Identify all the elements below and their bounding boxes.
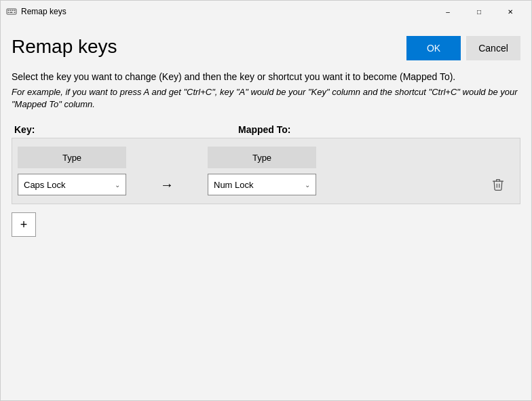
title-bar-text: Remap keys [21, 7, 432, 16]
key-value-row: Caps Lock ⌄ → Num Lock ⌄ [18, 174, 514, 195]
svg-rect-0 [7, 9, 16, 14]
delete-button-section [316, 174, 514, 195]
key-type-button[interactable]: Type [18, 147, 126, 168]
mapping-arrow: → [160, 177, 174, 193]
columns-header: Key: Mapped To: [12, 124, 520, 135]
window-controls: – □ ✕ [432, 1, 526, 22]
title-bar: Remap keys – □ ✕ [1, 1, 531, 22]
arrow-icon: → [126, 177, 208, 193]
key-dropdown-value: Caps Lock [24, 180, 65, 190]
remap-keys-window: Remap keys – □ ✕ Remap keys OK Cancel Se… [0, 0, 532, 401]
ok-button[interactable]: OK [406, 36, 461, 60]
content-area: Remap keys OK Cancel Select the key you … [1, 22, 531, 400]
cancel-button[interactable]: Cancel [466, 36, 520, 60]
close-button[interactable]: ✕ [495, 1, 526, 22]
header-row: Remap keys OK Cancel [12, 36, 520, 60]
svg-rect-3 [12, 10, 14, 12]
description-example: For example, if you want to press A and … [12, 86, 520, 111]
key-dropdown[interactable]: Caps Lock ⌄ [18, 174, 126, 195]
key-column-header: Key: [14, 124, 238, 135]
minimize-button[interactable]: – [432, 1, 463, 22]
key-dropdown-section: Caps Lock ⌄ [18, 174, 126, 195]
svg-rect-7 [14, 12, 16, 14]
key-dropdown-wrapper: Caps Lock ⌄ [18, 174, 126, 195]
svg-rect-5 [8, 12, 10, 14]
mapped-dropdown-section: Num Lock ⌄ [208, 174, 316, 195]
mapped-type-button[interactable]: Type [208, 147, 316, 168]
delete-mapping-button[interactable] [487, 174, 509, 195]
mapped-dropdown-wrapper: Num Lock ⌄ [208, 174, 316, 195]
trash-icon [491, 178, 505, 191]
svg-rect-2 [10, 10, 12, 12]
add-button-container: + [12, 212, 520, 237]
header-buttons: OK Cancel [406, 36, 520, 60]
key-type-section: Type [18, 147, 126, 168]
description-main: Select the key you want to change (Key) … [12, 71, 520, 82]
mapped-dropdown-value: Num Lock [214, 180, 254, 190]
mapped-dropdown-arrow: ⌄ [305, 181, 310, 189]
keyboard-icon [6, 6, 17, 17]
add-mapping-button[interactable]: + [12, 212, 36, 237]
key-dropdown-arrow: ⌄ [115, 181, 120, 189]
svg-rect-6 [10, 12, 13, 14]
mapped-dropdown[interactable]: Num Lock ⌄ [208, 174, 316, 195]
type-row: Type Type [18, 147, 514, 168]
mapped-type-section: Type [208, 147, 316, 168]
page-title: Remap keys [12, 36, 117, 58]
mapping-table: Type Type Caps Lock ⌄ [12, 138, 520, 204]
mapped-column-header: Mapped To: [238, 124, 518, 135]
svg-rect-1 [8, 10, 10, 12]
maximize-button[interactable]: □ [463, 1, 495, 22]
svg-rect-4 [14, 10, 16, 12]
